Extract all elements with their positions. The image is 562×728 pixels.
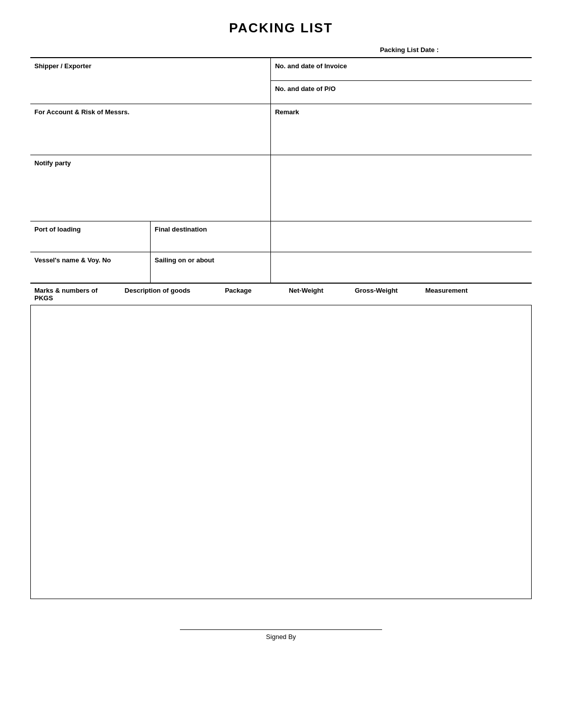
content-area (30, 305, 532, 599)
gross-weight-label: Gross-Weight (355, 287, 398, 294)
vessel-cell: Vessel's name & Voy. No (30, 252, 151, 283)
gross-weight-header: Gross-Weight (341, 284, 411, 305)
page: PACKING LIST Packing List Date : Shipper… (0, 0, 562, 728)
destination-cell: Final destination (151, 221, 271, 252)
notify-label: Notify party (34, 159, 71, 167)
shipper-row: Shipper / Exporter No. and date of Invoi… (30, 58, 532, 104)
account-cell: For Account & Risk of Messrs. (30, 104, 271, 155)
port-label: Port of loading (34, 225, 81, 233)
remark-cont3-cell (271, 252, 532, 283)
column-headers-row: Marks & numbers of PKGS Description of g… (30, 283, 532, 305)
account-label: For Account & Risk of Messrs. (34, 108, 129, 116)
page-title: PACKING LIST (30, 20, 532, 36)
measurement-header: Measurement (411, 284, 482, 305)
po-label: No. and date of P/O (275, 85, 336, 93)
packing-list-date-row: Packing List Date : (30, 46, 532, 58)
net-weight-header: Net-Weight (271, 284, 341, 305)
shipper-label: Shipper / Exporter (34, 62, 91, 70)
port-row: Port of loading Final destination (30, 221, 532, 252)
shipper-cell: Shipper / Exporter (30, 58, 271, 104)
sailing-label: Sailing on or about (155, 256, 214, 264)
invoice-col: No. and date of Invoice No. and date of … (271, 58, 532, 104)
packing-list-date-label: Packing List Date : (380, 46, 439, 55)
measurement-label: Measurement (425, 287, 467, 294)
package-label: Package (225, 287, 252, 294)
marks-label: Marks & numbers of PKGS (34, 287, 98, 302)
bottom-line (30, 599, 532, 599)
signed-by-container: Signed By (180, 629, 382, 641)
remark-cont2-cell (271, 221, 532, 252)
remark-label: Remark (275, 108, 299, 116)
sailing-cell: Sailing on or about (151, 252, 271, 283)
account-row: For Account & Risk of Messrs. Remark (30, 104, 532, 155)
description-label: Description of goods (125, 287, 191, 294)
invoice-cell: No. and date of Invoice (271, 58, 532, 81)
invoice-label: No. and date of Invoice (275, 62, 347, 70)
packing-list-date-value[interactable] (441, 46, 532, 55)
remark-cell: Remark (271, 104, 532, 155)
vessel-label: Vessel's name & Voy. No (34, 256, 111, 264)
net-weight-label: Net-Weight (289, 287, 323, 294)
notify-row: Notify party (30, 155, 532, 221)
signed-by-line (180, 629, 382, 630)
vessel-row: Vessel's name & Voy. No Sailing on or ab… (30, 252, 532, 283)
notify-cell: Notify party (30, 155, 271, 221)
signed-by-label: Signed By (266, 633, 296, 641)
description-header: Description of goods (121, 284, 221, 305)
marks-header: Marks & numbers of PKGS (30, 284, 121, 305)
destination-label: Final destination (155, 225, 207, 233)
package-header: Package (221, 284, 271, 305)
po-cell: No. and date of P/O (271, 81, 532, 104)
signature-area: Signed By (30, 629, 532, 651)
remark-cont-cell (271, 155, 532, 221)
port-cell: Port of loading (30, 221, 151, 252)
